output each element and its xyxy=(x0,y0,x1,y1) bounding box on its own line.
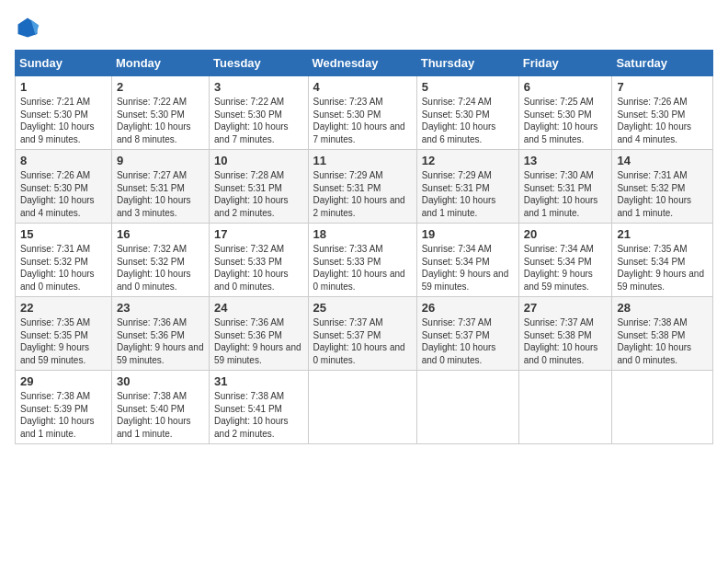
day-detail: Sunrise: 7:27 AMSunset: 5:31 PMDaylight:… xyxy=(117,170,191,218)
calendar-day-cell xyxy=(416,371,518,444)
day-detail: Sunrise: 7:31 AMSunset: 5:32 PMDaylight:… xyxy=(20,244,95,292)
calendar-day-cell xyxy=(612,371,713,444)
day-number: 19 xyxy=(422,227,514,241)
day-detail: Sunrise: 7:35 AMSunset: 5:35 PMDaylight:… xyxy=(20,317,90,365)
calendar-day-cell: 4 Sunrise: 7:23 AMSunset: 5:30 PMDayligh… xyxy=(308,76,416,150)
calendar-header-row: SundayMondayTuesdayWednesdayThursdayFrid… xyxy=(16,51,713,76)
day-detail: Sunrise: 7:30 AMSunset: 5:31 PMDaylight:… xyxy=(524,170,598,218)
calendar-day-cell: 21 Sunrise: 7:35 AMSunset: 5:34 PMDaylig… xyxy=(612,224,713,297)
day-detail: Sunrise: 7:34 AMSunset: 5:34 PMDaylight:… xyxy=(524,244,594,292)
day-number: 25 xyxy=(313,301,412,315)
calendar-day-cell: 25 Sunrise: 7:37 AMSunset: 5:37 PMDaylig… xyxy=(308,297,416,371)
day-number: 26 xyxy=(422,301,514,315)
day-number: 27 xyxy=(524,301,608,315)
day-detail: Sunrise: 7:38 AMSunset: 5:38 PMDaylight:… xyxy=(617,317,691,365)
calendar-day-cell: 29 Sunrise: 7:38 AMSunset: 5:39 PMDaylig… xyxy=(16,371,112,444)
calendar-day-cell: 27 Sunrise: 7:37 AMSunset: 5:38 PMDaylig… xyxy=(518,297,612,371)
weekday-header: Thursday xyxy=(416,51,518,76)
day-number: 30 xyxy=(117,374,204,388)
day-number: 28 xyxy=(617,301,708,315)
day-detail: Sunrise: 7:38 AMSunset: 5:41 PMDaylight:… xyxy=(214,391,289,439)
calendar-day-cell: 1 Sunrise: 7:21 AMSunset: 5:30 PMDayligh… xyxy=(16,76,112,150)
day-detail: Sunrise: 7:21 AMSunset: 5:30 PMDaylight:… xyxy=(20,97,95,144)
calendar-day-cell: 13 Sunrise: 7:30 AMSunset: 5:31 PMDaylig… xyxy=(518,150,612,224)
day-number: 22 xyxy=(20,301,107,315)
calendar-day-cell: 5 Sunrise: 7:24 AMSunset: 5:30 PMDayligh… xyxy=(416,76,518,150)
day-number: 20 xyxy=(524,227,608,241)
day-detail: Sunrise: 7:37 AMSunset: 5:37 PMDaylight:… xyxy=(422,317,496,365)
day-detail: Sunrise: 7:29 AMSunset: 5:31 PMDaylight:… xyxy=(422,170,496,218)
day-detail: Sunrise: 7:25 AMSunset: 5:30 PMDaylight:… xyxy=(524,97,598,144)
weekday-header: Wednesday xyxy=(308,51,416,76)
weekday-header: Tuesday xyxy=(210,51,308,76)
calendar-day-cell: 26 Sunrise: 7:37 AMSunset: 5:37 PMDaylig… xyxy=(416,297,518,371)
day-number: 31 xyxy=(214,374,302,388)
calendar-week-row: 8 Sunrise: 7:26 AMSunset: 5:30 PMDayligh… xyxy=(16,150,713,224)
day-number: 10 xyxy=(214,154,302,167)
weekday-header: Sunday xyxy=(16,51,112,76)
day-number: 15 xyxy=(20,227,107,241)
calendar-week-row: 15 Sunrise: 7:31 AMSunset: 5:32 PMDaylig… xyxy=(16,224,713,297)
calendar-day-cell: 17 Sunrise: 7:32 AMSunset: 5:33 PMDaylig… xyxy=(210,224,308,297)
day-number: 9 xyxy=(117,154,204,167)
day-detail: Sunrise: 7:31 AMSunset: 5:32 PMDaylight:… xyxy=(617,170,691,218)
day-detail: Sunrise: 7:34 AMSunset: 5:34 PMDaylight:… xyxy=(422,244,509,292)
day-number: 11 xyxy=(313,154,412,167)
calendar-day-cell xyxy=(308,371,416,444)
day-number: 12 xyxy=(422,154,514,167)
calendar-day-cell: 31 Sunrise: 7:38 AMSunset: 5:41 PMDaylig… xyxy=(210,371,308,444)
calendar-day-cell: 3 Sunrise: 7:22 AMSunset: 5:30 PMDayligh… xyxy=(210,76,308,150)
calendar-week-row: 29 Sunrise: 7:38 AMSunset: 5:39 PMDaylig… xyxy=(16,371,713,444)
calendar-day-cell: 10 Sunrise: 7:28 AMSunset: 5:31 PMDaylig… xyxy=(210,150,308,224)
day-detail: Sunrise: 7:24 AMSunset: 5:30 PMDaylight:… xyxy=(422,97,496,144)
day-detail: Sunrise: 7:22 AMSunset: 5:30 PMDaylight:… xyxy=(214,97,289,144)
day-number: 23 xyxy=(117,301,204,315)
page-header xyxy=(15,15,713,40)
day-number: 3 xyxy=(214,80,302,94)
calendar-week-row: 22 Sunrise: 7:35 AMSunset: 5:35 PMDaylig… xyxy=(16,297,713,371)
day-detail: Sunrise: 7:28 AMSunset: 5:31 PMDaylight:… xyxy=(214,170,289,218)
calendar-day-cell: 11 Sunrise: 7:29 AMSunset: 5:31 PMDaylig… xyxy=(308,150,416,224)
calendar-day-cell: 9 Sunrise: 7:27 AMSunset: 5:31 PMDayligh… xyxy=(111,150,209,224)
day-detail: Sunrise: 7:35 AMSunset: 5:34 PMDaylight:… xyxy=(617,244,704,292)
day-number: 5 xyxy=(422,80,514,94)
day-number: 16 xyxy=(117,227,204,241)
day-number: 8 xyxy=(20,154,107,167)
day-number: 2 xyxy=(117,80,204,94)
day-number: 14 xyxy=(617,154,708,167)
weekday-header: Monday xyxy=(111,51,209,76)
day-detail: Sunrise: 7:33 AMSunset: 5:33 PMDaylight:… xyxy=(313,244,405,292)
day-number: 6 xyxy=(524,80,608,94)
day-detail: Sunrise: 7:32 AMSunset: 5:33 PMDaylight:… xyxy=(214,244,289,292)
day-number: 21 xyxy=(617,227,708,241)
day-detail: Sunrise: 7:26 AMSunset: 5:30 PMDaylight:… xyxy=(617,97,691,144)
calendar-day-cell: 2 Sunrise: 7:22 AMSunset: 5:30 PMDayligh… xyxy=(111,76,209,150)
day-number: 18 xyxy=(313,227,412,241)
day-detail: Sunrise: 7:26 AMSunset: 5:30 PMDaylight:… xyxy=(20,170,95,218)
calendar-day-cell: 6 Sunrise: 7:25 AMSunset: 5:30 PMDayligh… xyxy=(518,76,612,150)
day-number: 29 xyxy=(20,374,107,388)
calendar-day-cell: 20 Sunrise: 7:34 AMSunset: 5:34 PMDaylig… xyxy=(518,224,612,297)
calendar-day-cell: 12 Sunrise: 7:29 AMSunset: 5:31 PMDaylig… xyxy=(416,150,518,224)
calendar-day-cell: 22 Sunrise: 7:35 AMSunset: 5:35 PMDaylig… xyxy=(16,297,112,371)
calendar-day-cell: 30 Sunrise: 7:38 AMSunset: 5:40 PMDaylig… xyxy=(111,371,209,444)
logo-icon xyxy=(15,15,40,40)
day-detail: Sunrise: 7:23 AMSunset: 5:30 PMDaylight:… xyxy=(313,97,405,144)
calendar-week-row: 1 Sunrise: 7:21 AMSunset: 5:30 PMDayligh… xyxy=(16,76,713,150)
day-detail: Sunrise: 7:36 AMSunset: 5:36 PMDaylight:… xyxy=(214,317,301,365)
day-detail: Sunrise: 7:38 AMSunset: 5:39 PMDaylight:… xyxy=(20,391,95,439)
calendar-day-cell: 16 Sunrise: 7:32 AMSunset: 5:32 PMDaylig… xyxy=(111,224,209,297)
day-number: 24 xyxy=(214,301,302,315)
calendar-day-cell: 14 Sunrise: 7:31 AMSunset: 5:32 PMDaylig… xyxy=(612,150,713,224)
calendar-day-cell: 18 Sunrise: 7:33 AMSunset: 5:33 PMDaylig… xyxy=(308,224,416,297)
day-number: 17 xyxy=(214,227,302,241)
day-detail: Sunrise: 7:36 AMSunset: 5:36 PMDaylight:… xyxy=(117,317,204,365)
day-detail: Sunrise: 7:29 AMSunset: 5:31 PMDaylight:… xyxy=(313,170,405,218)
day-detail: Sunrise: 7:32 AMSunset: 5:32 PMDaylight:… xyxy=(117,244,191,292)
calendar-table: SundayMondayTuesdayWednesdayThursdayFrid… xyxy=(15,50,713,444)
day-number: 7 xyxy=(617,80,708,94)
calendar-day-cell: 28 Sunrise: 7:38 AMSunset: 5:38 PMDaylig… xyxy=(612,297,713,371)
day-detail: Sunrise: 7:38 AMSunset: 5:40 PMDaylight:… xyxy=(117,391,191,439)
calendar-day-cell: 15 Sunrise: 7:31 AMSunset: 5:32 PMDaylig… xyxy=(16,224,112,297)
day-number: 13 xyxy=(524,154,608,167)
